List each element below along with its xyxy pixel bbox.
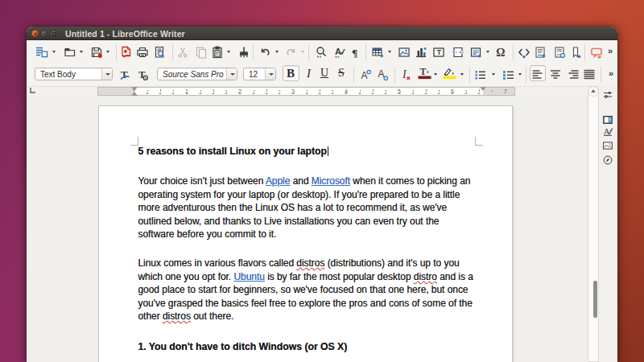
svg-text:Ω: Ω <box>496 47 505 59</box>
svg-text:I: I <box>402 68 407 80</box>
svg-text:A: A <box>335 47 341 56</box>
svg-text:¶: ¶ <box>352 47 357 59</box>
svg-text:T: T <box>138 68 146 80</box>
svg-text:T: T <box>437 47 442 56</box>
svg-text:T: T <box>420 68 427 77</box>
svg-text:A: A <box>378 68 384 80</box>
svg-text:A: A <box>361 70 368 81</box>
svg-text:A: A <box>604 126 610 136</box>
